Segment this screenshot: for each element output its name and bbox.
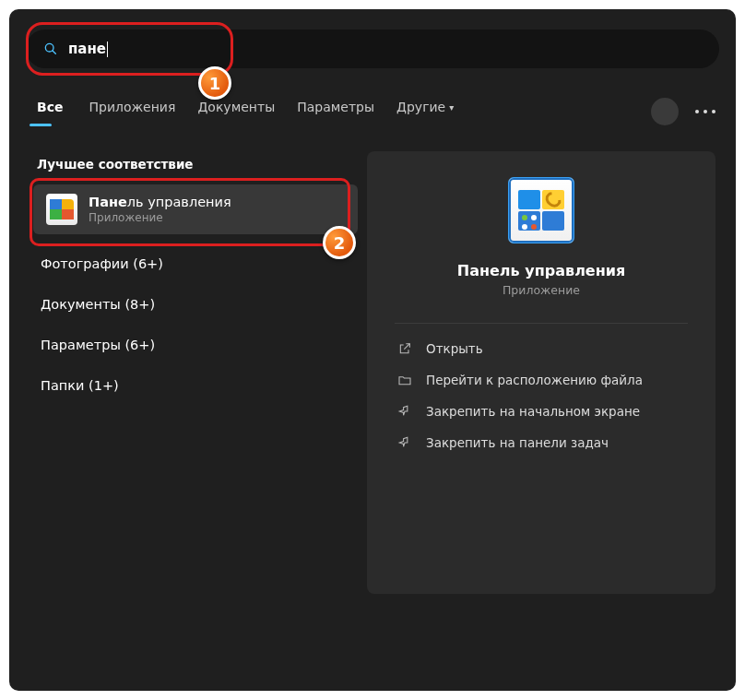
category-documents[interactable]: Документы (8+) [33,284,358,325]
action-open[interactable]: Открыть [395,333,688,364]
preview-subtitle: Приложение [503,283,580,297]
annotation-badge-2: 2 [323,226,356,259]
open-icon [396,340,413,357]
user-avatar[interactable] [651,98,679,125]
category-params[interactable]: Параметры (6+) [33,325,358,365]
tab-params[interactable]: Параметры [288,94,384,120]
tab-apps[interactable]: Приложения [79,94,184,120]
more-button[interactable] [695,110,715,113]
results-list: Лучшее соответствие Панель управления Пр… [26,151,358,594]
divider [395,323,688,324]
tab-other[interactable]: Другие ▾ [387,94,463,120]
annotation-badge-1: 1 [198,66,231,100]
svg-line-1 [53,51,55,53]
tab-documents[interactable]: Документы [188,94,284,120]
chevron-down-icon: ▾ [449,102,454,113]
action-file-location[interactable]: Перейти к расположению файла [395,364,688,396]
preview-panel: Панель управления Приложение Открыть Пер… [367,151,715,594]
pin-icon [396,403,413,420]
action-pin-taskbar[interactable]: Закрепить на панели задач [395,427,688,458]
preview-title: Панель управления [457,262,625,279]
best-match-item[interactable]: Панель управления Приложение [33,184,358,234]
preview-app-icon [508,177,574,243]
start-search-panel: пане Все Приложения Документы Параметры … [9,9,736,691]
active-tab-underline [30,124,52,126]
tab-all[interactable]: Все [28,94,76,120]
category-folders[interactable]: Папки (1+) [33,365,358,406]
best-match-subtitle: Приложение [89,211,231,224]
category-photos[interactable]: Фотографии (6+) [33,243,358,284]
best-match-label: Лучшее соответствие [37,157,358,172]
pin-icon [396,434,413,451]
search-query: пане [68,41,108,57]
search-icon [42,41,59,57]
filter-tabs: Все Приложения Документы Параметры Други… [26,94,719,120]
control-panel-icon [46,194,77,225]
search-input[interactable]: пане [26,30,719,68]
action-pin-start[interactable]: Закрепить на начальном экране [395,396,688,427]
best-match-title: Панель управления [89,195,231,209]
folder-icon [396,372,413,388]
